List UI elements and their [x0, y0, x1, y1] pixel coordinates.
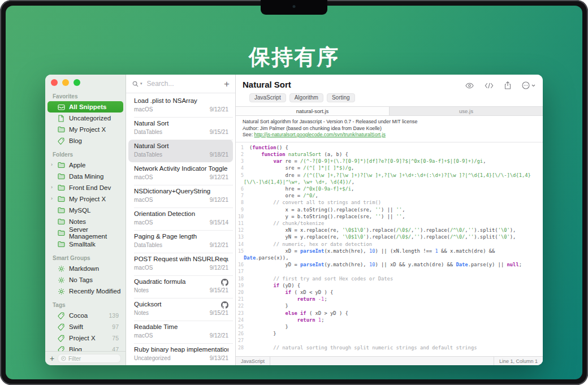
- snippet-list-item[interactable]: Quadratic formulaNotes9/15/21: [128, 275, 233, 298]
- line-number: 3: [236, 158, 249, 165]
- snippet-item-title: Orientation Detection: [134, 210, 228, 217]
- code-view-icon[interactable]: [485, 83, 494, 89]
- snippet-list-item[interactable]: QuicksortNotes9/15/21: [128, 298, 233, 321]
- disclosure-chevron-icon[interactable]: ›: [51, 196, 57, 201]
- tag-icon: [58, 323, 65, 331]
- sidebar-item-my-project-x[interactable]: My Project X: [47, 124, 123, 135]
- snippet-item-folder: Notes: [134, 310, 149, 316]
- tag-pill-sorting[interactable]: Sorting: [327, 93, 355, 102]
- line-number: 19: [236, 282, 249, 289]
- sidebar-item-apple[interactable]: ›Apple: [47, 159, 123, 171]
- sidebar-item-swift[interactable]: Swift97: [47, 321, 123, 332]
- code-text: }: [249, 323, 288, 330]
- sidebar-item-label: MySQL: [69, 207, 90, 214]
- github-icon: [221, 301, 228, 311]
- sidebar-item-all-snippets[interactable]: All Snippets: [47, 101, 123, 113]
- line-number: 1: [236, 144, 249, 151]
- line-number: 25: [236, 323, 249, 330]
- sidebar-section-header: Folders: [53, 152, 126, 158]
- editor-toolbar: [465, 81, 535, 89]
- line-number: 24: [236, 317, 249, 323]
- code-line: 13 yN = y.replace(re, '\0$1\0').replace(…: [236, 233, 543, 240]
- disclosure-chevron-icon[interactable]: ›: [51, 162, 57, 167]
- sidebar-item-front-end-dev[interactable]: ›Front End Dev: [47, 182, 123, 193]
- preview-eye-icon[interactable]: [465, 83, 474, 89]
- snippet-item-title: Ruby binary heap implementation: [134, 346, 228, 353]
- sidebar-item-project-x[interactable]: Project X75: [47, 332, 123, 344]
- source-link[interactable]: http://js-naturalsort.googlecode.com/svn…: [254, 132, 386, 137]
- zoom-window-button[interactable]: [74, 79, 80, 86]
- search-icon[interactable]: [132, 81, 139, 87]
- minimize-window-button[interactable]: [62, 79, 69, 86]
- folder-icon: [58, 218, 65, 226]
- code-line: 10 y = b.toString().replace(sre, '') || …: [236, 213, 543, 220]
- sidebar-item-label: My Project X: [69, 196, 106, 202]
- snippet-item-folder: DataTables: [134, 129, 162, 135]
- github-icon: [221, 278, 228, 288]
- snippet-item-title: Quadratic formula: [134, 278, 228, 285]
- sidebar-item-data-mining[interactable]: Data Mining: [47, 171, 123, 182]
- new-snippet-button[interactable]: +: [224, 79, 230, 89]
- sidebar-item-smalltalk[interactable]: Smalltalk: [47, 239, 123, 250]
- sidebar-item-blog[interactable]: Blog: [47, 135, 123, 146]
- snippet-list-item[interactable]: Natural SortDataTables9/18/21: [128, 140, 233, 162]
- snippet-item-date: 9/12/21: [210, 265, 228, 271]
- snippet-item-folder: DataTables: [134, 152, 162, 158]
- sidebar-item-cocoa[interactable]: Cocoa139: [47, 310, 123, 321]
- code-line: 6 hre = /^0x[0-9a-f]+$/i,: [236, 185, 543, 192]
- line-number: 9: [236, 206, 249, 213]
- tab-natural-sort-js[interactable]: natural-sort.js: [236, 107, 389, 115]
- snippet-list-item[interactable]: Load .plist to NSArraymacOS9/12/21: [128, 94, 233, 117]
- sidebar-item-label: Recently Modified: [69, 288, 120, 295]
- sidebar-item-server-management[interactable]: Server Management: [47, 227, 123, 239]
- snippet-list-item[interactable]: POST Request with NSURLRequestmacOS9/12/…: [128, 253, 233, 275]
- snippet-list-item[interactable]: NSDictionary+QueryStringmacOS9/12/21: [128, 185, 233, 207]
- close-window-button[interactable]: [51, 79, 58, 86]
- tab-use-js[interactable]: use.js: [389, 107, 543, 115]
- add-group-button[interactable]: +: [50, 354, 54, 362]
- tag-filter-field[interactable]: [58, 354, 121, 363]
- snippet-list-item[interactable]: Network Activity Indicator Toggle Vi...m…: [128, 162, 233, 185]
- language-selector[interactable]: JavaScript: [236, 357, 270, 365]
- sidebar-item-uncategorized[interactable]: Uncategorized: [47, 113, 123, 124]
- hero-title: 保持有序: [6, 43, 582, 72]
- snippet-item-date: 9/18/21: [210, 152, 228, 158]
- share-icon[interactable]: [504, 81, 511, 89]
- sidebar-item-my-project-x[interactable]: ›My Project X: [47, 193, 123, 205]
- disclosure-chevron-icon[interactable]: ›: [51, 184, 57, 190]
- sidebar-item-mysql[interactable]: MySQL: [47, 205, 123, 216]
- code-text: x = a.toString().replace(sre, '') || '',: [249, 206, 405, 213]
- search-scope-chevron-icon[interactable]: ▾: [140, 81, 142, 86]
- snippet-item-date: 9/12/21: [210, 332, 228, 339]
- display-notch: [261, 0, 327, 15]
- more-ellipsis-circle-icon: [522, 81, 530, 89]
- code-text: return 1;: [249, 317, 324, 323]
- sidebar-item-recently-modified[interactable]: Recently Modified: [47, 285, 123, 297]
- sidebar-item-markdown[interactable]: Markdown: [47, 263, 123, 274]
- code-line: 12 xN = x.replace(re, '\0$1\0').replace(…: [236, 227, 543, 233]
- code-editor[interactable]: 1(function() {2 function naturalSort (a,…: [236, 142, 543, 356]
- snippet-list-item[interactable]: Natural SortDataTables9/15/21: [128, 117, 233, 140]
- more-actions-button[interactable]: [522, 81, 535, 89]
- sidebar-section-header: Tags: [53, 302, 126, 308]
- snippet-list-item[interactable]: Readable TimemacOS9/12/21: [128, 321, 233, 343]
- snippet-list-item[interactable]: Ruby binary heap implementationUncategor…: [128, 343, 233, 365]
- window-controls: [45, 75, 126, 87]
- code-line: 16 yD = parseInt(y.match(hre), 10) || xD…: [236, 261, 543, 268]
- search-input[interactable]: [146, 79, 223, 88]
- code-text: // chunk/tokenize: [249, 220, 324, 227]
- line-number: 21: [236, 296, 249, 302]
- filter-input[interactable]: [68, 356, 118, 362]
- tag-icon: [58, 312, 65, 319]
- snippet-list-item[interactable]: Orientation DetectionmacOS9/15/14: [128, 207, 233, 230]
- snippet-list-item[interactable]: Paging & Page lengthDataTables9/12/21: [128, 230, 233, 253]
- gear-icon: [58, 276, 65, 284]
- tag-pill-javascript[interactable]: JavaScript: [249, 93, 286, 102]
- code-text: else if ( xD > yD ) {: [249, 310, 348, 317]
- tag-pill-algorithm[interactable]: Algorithm: [289, 93, 323, 102]
- line-number: 26: [236, 330, 249, 337]
- sidebar-item-no-tags[interactable]: No Tags: [47, 274, 123, 285]
- sidebar-item-notes[interactable]: Notes: [47, 216, 123, 227]
- sidebar-item-blog[interactable]: Blog47: [47, 344, 123, 351]
- code-line: 25 }: [236, 323, 543, 330]
